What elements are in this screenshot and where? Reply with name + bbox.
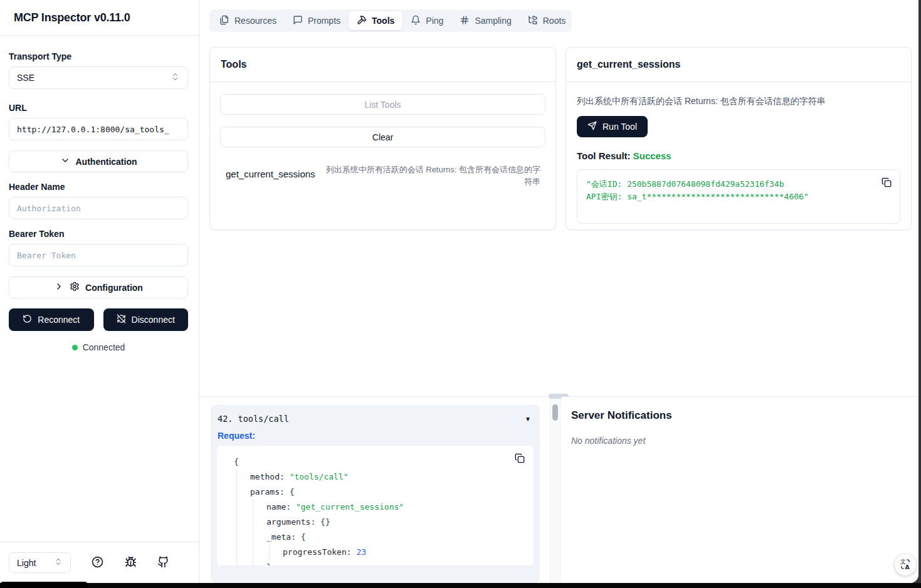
copy-result-button[interactable] <box>882 177 892 189</box>
report-bug-button[interactable] <box>125 556 137 570</box>
status-dot-icon <box>72 345 78 350</box>
reconnect-label: Reconnect <box>38 315 80 325</box>
bell-icon <box>411 15 421 27</box>
tools-panel-title: Tools <box>210 48 555 82</box>
disconnect-label: Disconnect <box>132 315 175 325</box>
server-notifications-pane: Server Notifications No notifications ye… <box>561 397 918 583</box>
notifications-empty-text: No notifications yet <box>571 436 908 446</box>
theme-select[interactable]: Light <box>9 552 71 573</box>
json-line: } <box>226 560 525 565</box>
tab-roots[interactable]: Roots <box>520 11 574 30</box>
message-square-icon <box>293 15 303 27</box>
copy-request-button[interactable] <box>515 453 525 465</box>
tool-detail-panel: get_current_sessions 列出系统中所有活跃的会话 Return… <box>566 47 912 230</box>
tab-label: Tools <box>372 16 394 26</box>
history-scrollbar-thumb[interactable] <box>552 404 558 421</box>
tab-tools[interactable]: Tools <box>349 11 403 30</box>
run-tool-label: Run Tool <box>603 122 637 132</box>
header-name-label: Header Name <box>9 182 188 192</box>
chevron-down-icon <box>60 155 70 167</box>
copy-icon <box>515 456 525 465</box>
bug-icon <box>125 556 137 570</box>
files-icon <box>219 15 229 27</box>
help-circle-icon <box>92 556 103 570</box>
connection-status: Connected <box>9 342 188 352</box>
gear-icon <box>70 281 80 293</box>
tab-bar: Resources Prompts Tools Ping Sampling Ro… <box>209 9 572 32</box>
tab-resources[interactable]: Resources <box>211 11 285 30</box>
json-line: name: "get_current_sessions" <box>226 500 525 515</box>
json-line: { <box>226 454 525 470</box>
tab-label: Ping <box>426 16 443 26</box>
authentication-label: Authentication <box>76 157 137 167</box>
rotate-ccw-icon <box>23 314 32 325</box>
translate-icon: 文 A <box>899 558 912 572</box>
url-input[interactable] <box>9 118 188 140</box>
status-label: Connected <box>83 342 125 352</box>
tool-list-item[interactable]: get_current_sessions 列出系统中所有活跃的会话 Return… <box>220 164 545 187</box>
tool-item-description: 列出系统中所有活跃的会话 Returns: 包含所有会话信息的字符串 <box>324 164 540 187</box>
chevron-right-icon <box>54 281 64 293</box>
history-scrollbar[interactable] <box>550 397 560 583</box>
horizontal-scrollbar[interactable] <box>0 583 921 588</box>
svg-text:A: A <box>905 563 910 570</box>
request-label: Request: <box>217 431 534 441</box>
bearer-token-label: Bearer Token <box>9 229 188 239</box>
bottom-section: 42. tools/call ▼ Request: {method: "tool… <box>199 396 918 583</box>
refresh-off-icon <box>117 314 126 325</box>
indent-guide <box>269 545 270 560</box>
tab-prompts[interactable]: Prompts <box>285 11 349 30</box>
github-button[interactable] <box>157 556 169 570</box>
chevrons-up-down-icon <box>171 72 180 83</box>
authentication-toggle-button[interactable]: Authentication <box>9 150 188 172</box>
tool-item-name: get_current_sessions <box>226 164 315 179</box>
tab-label: Resources <box>234 16 276 26</box>
horizontal-scrollbar-thumb[interactable] <box>0 582 88 588</box>
github-icon <box>157 556 169 570</box>
tool-result-prefix: Tool Result: <box>577 150 631 161</box>
sidebar-footer: Light <box>0 542 199 583</box>
configuration-toggle-button[interactable]: Configuration <box>9 276 188 298</box>
json-line: params: { <box>226 485 525 500</box>
app-title: MCP Inspector v0.11.0 <box>14 11 130 24</box>
tool-result-block: "会话ID: 250b5887d07648098fd429a52316f34b … <box>577 169 900 224</box>
history-pane: 42. tools/call ▼ Request: {method: "tool… <box>199 397 550 583</box>
history-entry-label: 42. tools/call <box>218 414 289 424</box>
request-json-code: {method: "tools/call"params: {name: "get… <box>226 454 525 565</box>
tool-detail-title: get_current_sessions <box>566 48 911 82</box>
tool-detail-description: 列出系统中所有活跃的会话 Returns: 包含所有会话信息的字符串 <box>577 95 900 107</box>
send-icon <box>587 121 597 132</box>
json-line: arguments: {} <box>226 515 525 530</box>
tab-label: Prompts <box>308 16 340 26</box>
tools-panel: Tools List Tools Clear get_current_sessi… <box>209 47 556 230</box>
transport-type-select[interactable]: SSE <box>9 66 188 89</box>
mcp-inspector-app: MCP Inspector v0.11.0 Transport Type SSE… <box>0 0 918 583</box>
clear-button[interactable]: Clear <box>220 127 545 147</box>
history-entry-card: 42. tools/call ▼ Request: {method: "tool… <box>211 405 540 583</box>
bearer-token-input[interactable] <box>9 244 188 266</box>
history-entry-header[interactable]: 42. tools/call ▼ <box>217 411 534 426</box>
server-notifications-title: Server Notifications <box>571 409 908 422</box>
run-tool-button[interactable]: Run Tool <box>577 116 648 137</box>
json-line: method: "tools/call" <box>226 470 525 485</box>
tab-sampling[interactable]: Sampling <box>451 11 519 30</box>
list-tools-button[interactable]: List Tools <box>220 94 545 115</box>
transport-type-label: Transport Type <box>9 51 188 61</box>
sidebar-body: Transport Type SSE URL Authentication He… <box>0 36 199 352</box>
translate-button[interactable]: 文 A <box>895 554 916 575</box>
tab-label: Roots <box>543 16 566 26</box>
collapse-caret-icon[interactable]: ▼ <box>525 416 531 423</box>
reconnect-button[interactable]: Reconnect <box>9 308 94 331</box>
hammer-icon <box>357 15 367 27</box>
sidebar: MCP Inspector v0.11.0 Transport Type SSE… <box>0 0 199 583</box>
copy-icon <box>882 180 892 189</box>
tab-ping[interactable]: Ping <box>403 11 451 30</box>
chevrons-up-down-icon <box>54 557 63 568</box>
disconnect-button[interactable]: Disconnect <box>103 308 189 331</box>
configuration-label: Configuration <box>85 283 143 293</box>
main-content: Resources Prompts Tools Ping Sampling Ro… <box>200 0 918 396</box>
header-name-input[interactable] <box>9 197 188 219</box>
theme-value: Light <box>17 558 36 568</box>
help-button[interactable] <box>92 556 103 570</box>
request-json-block: {method: "tools/call"params: {name: "get… <box>217 446 534 565</box>
